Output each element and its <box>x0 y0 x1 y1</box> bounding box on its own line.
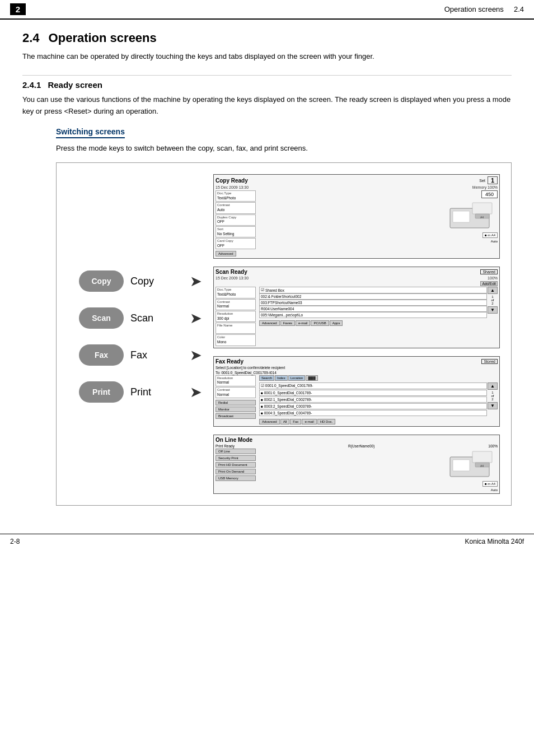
copy-field-cardcopy: Card Copy OFF <box>216 238 256 249</box>
svg-rect-7 <box>472 451 492 463</box>
fax-location-btn[interactable]: Location <box>288 375 306 381</box>
fax-screen-title: Fax Ready <box>216 358 243 365</box>
subsection-title: Ready screen <box>48 80 102 90</box>
print-screen-title: On Line Mode <box>216 437 252 443</box>
scan-tab-pcusb[interactable]: PC/USB <box>311 320 329 326</box>
fax-tab-advanced[interactable]: Advanced <box>259 419 280 424</box>
print-usb-btn[interactable]: USB Memory <box>216 475 256 481</box>
scan-scroll-down-btn[interactable]: ▼ <box>488 306 498 314</box>
print-user-label: R(UserName00) <box>348 444 374 448</box>
page-content: 2.4 Operation screens The machine can be… <box>0 20 534 522</box>
scan-screen-body: Doc.Type Text&Photo Contrast Normal Reso… <box>216 287 498 346</box>
chapter-number: 2 <box>10 3 26 15</box>
scan-btn-label: Scan <box>92 314 110 323</box>
svg-text:A4: A4 <box>480 216 484 219</box>
fax-search-btn[interactable]: Search <box>259 375 274 381</box>
top-bar: 2 Operation screens 2.4 <box>0 0 534 20</box>
subsection-heading: 2.4.1 Ready screen <box>22 80 512 90</box>
fax-fields: Resolution Normal Contrast Normal Redial… <box>216 375 256 424</box>
section-number: 2.4 <box>22 31 40 45</box>
scan-mode-button[interactable]: Scan <box>79 307 124 329</box>
print-mode-button[interactable]: Print <box>79 381 124 403</box>
fax-scroll-up-btn[interactable]: ▲ <box>488 382 498 390</box>
scan-add-edit-btn[interactable]: Add/Edit <box>480 281 498 286</box>
copy-datetime: 15 Dec 2009 13:30 <box>216 185 249 189</box>
fax-tab-fax[interactable]: Fax <box>290 419 301 424</box>
print-screen-header: On Line Mode <box>216 437 498 443</box>
scan-tab-apps[interactable]: Apps <box>330 320 343 326</box>
copy-screen-info: 15 Dec 2009 13:30 Memory 100% <box>216 185 498 189</box>
scan-memory: 100% <box>488 276 498 280</box>
scan-field-contrast: Contrast Normal <box>216 299 256 310</box>
top-section-label: Operation screens <box>444 5 504 13</box>
scan-field-resolution: Resolution 300 dpi <box>216 311 256 322</box>
fax-mode-button[interactable]: Fax <box>79 344 124 366</box>
fax-select-text: Select [Location] to confirm/delete reci… <box>216 366 498 370</box>
print-auto-label: Auto <box>491 488 498 492</box>
scan-tab-row: Advanced Faves e-mail PC/USB Apps <box>259 320 498 326</box>
fax-arrow-icon: ➤ <box>190 347 202 364</box>
print-ready-label: Print Ready <box>216 444 235 448</box>
fax-tab-email[interactable]: e-mail <box>302 419 316 424</box>
copy-screen-right: 450 A4 ■ m A4 <box>258 190 498 256</box>
copy-arrow-icon: ➤ <box>190 273 202 290</box>
switching-screens-title: Switching screens <box>56 127 125 138</box>
copy-mode-button[interactable]: Copy <box>79 270 124 292</box>
fax-redial-btn[interactable]: Redial <box>216 400 256 405</box>
scan-list-item-3: R004:UserName004 <box>259 306 487 312</box>
print-memory: 100% <box>488 444 498 448</box>
subsection-text: You can use the various functions of the… <box>22 94 512 118</box>
copy-set-number: 1 <box>488 176 498 184</box>
scan-field-filename: File Name <box>216 323 256 334</box>
print-machine-area: A4 ■ m A4 Auto <box>258 449 498 492</box>
print-screen: On Line Mode Print Ready R(UserName00) 1… <box>213 435 500 494</box>
copy-qty-box: 450 <box>481 190 498 198</box>
print-status-row: Print Ready R(UserName00) 100% <box>216 444 498 448</box>
print-ondemand-btn[interactable]: Print On Demand <box>216 469 256 474</box>
copy-memory: Memory 100% <box>472 185 498 189</box>
copy-screen: Copy Ready Set 1 15 Dec 2009 13:30 Memor… <box>213 174 500 259</box>
copy-fields: Doc.Type Text&Photo Contrast Auto Duplex… <box>216 190 256 256</box>
scan-tab-faves[interactable]: Faves <box>280 320 295 326</box>
top-section-number: 2.4 <box>514 5 524 13</box>
fax-monitor-btn[interactable]: Monitor <box>216 407 256 412</box>
print-offline-btn[interactable]: Off Line <box>216 449 256 454</box>
illustration-box: Copy Copy ➤ Scan Scan ➤ Fax <box>56 162 512 505</box>
fax-to-label: To: <box>216 371 221 375</box>
scan-screen-title: Scan Ready <box>216 269 247 275</box>
scan-list-item-0: ☑ Shared Box <box>259 287 487 293</box>
fax-list-area: Search Index Location ▓▓▓ ☑ 0001:0_Speed… <box>258 375 498 424</box>
scan-scroll-up-btn[interactable]: ▲ <box>488 287 498 294</box>
fax-tab-hddoc[interactable]: HD Doc. <box>317 419 336 424</box>
fax-tab-row: Advanced All Fax e-mail HD Doc. <box>259 419 498 424</box>
fax-broadcast-btn[interactable]: Broadcast <box>216 413 256 419</box>
svg-text:A4: A4 <box>480 464 484 468</box>
scan-list-area: ☑ Shared Box 002:& FolderShortcut002 003… <box>258 287 498 346</box>
fax-scroll-down-btn[interactable]: ▼ <box>488 402 498 409</box>
fax-index-btn[interactable]: Index <box>275 375 288 381</box>
copy-screen-title: Copy Ready <box>216 178 248 184</box>
section-title: Operation screens <box>49 31 157 45</box>
scan-fields: Doc.Type Text&Photo Contrast Normal Reso… <box>216 287 256 346</box>
fax-screen: Fax Ready Stored Select [Location] to co… <box>213 356 500 427</box>
scan-field-doctype: Doc.Type Text&Photo <box>216 287 256 298</box>
copy-advanced-btn[interactable]: Advanced <box>216 251 236 256</box>
fax-list-item-3: ■ 0003:2_SpeedDial_C003789- <box>259 403 487 409</box>
fax-extra-btn[interactable]: ▓▓▓ <box>306 375 317 381</box>
scan-tab-advanced[interactable]: Advanced <box>259 320 280 326</box>
print-screen-body: Off Line Security Print Print HD Documen… <box>216 449 498 492</box>
print-hd-btn[interactable]: Print HD Document <box>216 462 256 468</box>
svg-rect-1 <box>453 211 470 222</box>
svg-rect-6 <box>453 460 470 471</box>
scan-page-info: 1of2 <box>488 295 498 305</box>
scan-list-item-2: 003:FTPShortcutName03 <box>259 300 487 306</box>
top-bar-section: Operation screens 2.4 <box>444 5 524 13</box>
section-intro: The machine can be operated by directly … <box>22 51 512 63</box>
scan-list-item-4: 005:\\Megami...pec\opt\Lo <box>259 312 487 318</box>
copy-screen-header: Copy Ready Set 1 <box>216 176 498 184</box>
print-security-btn[interactable]: Security Print <box>216 455 256 461</box>
fax-tab-all[interactable]: All <box>280 419 290 424</box>
page-footer: 2-8 Konica Minolta 240f <box>0 534 534 549</box>
copy-screen-body: Doc.Type Text&Photo Contrast Auto Duplex… <box>216 190 498 256</box>
scan-tab-email[interactable]: e-mail <box>296 320 310 326</box>
